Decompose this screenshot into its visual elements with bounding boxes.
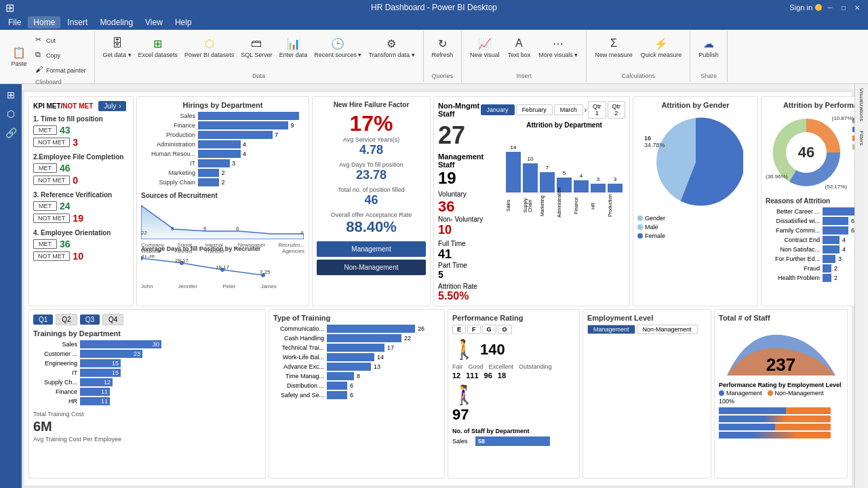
- svg-text:31.38: 31.38: [141, 255, 155, 259]
- qtr2-btn[interactable]: Qtr 2: [608, 101, 626, 119]
- kpi-item-3: 3. Reference Verification MET 24 NOT MET…: [33, 191, 129, 224]
- enter-data-btn[interactable]: 📊Enter data: [277, 34, 311, 60]
- training-finance: Finance 11: [33, 388, 261, 396]
- canvas-area: KPI MET/NOT MET July › 1. Time to fill p…: [22, 84, 854, 488]
- reasons-chart: Better Career ... 19 Dissatisfied wi... …: [766, 207, 854, 282]
- sources-chart: 22 8 6 6 4: [141, 202, 304, 239]
- pct3-label: (52.17%): [825, 184, 847, 190]
- title-bar: ⊞ HR Dashboard - Power BI Desktop Sign i…: [0, 0, 868, 15]
- maximize-btn[interactable]: □: [838, 2, 849, 13]
- mgmt-staff-label: Management Staff: [438, 152, 498, 169]
- training-it: IT 15: [33, 369, 261, 377]
- nonmgmt-count: 27: [438, 121, 498, 150]
- perf-filter-f[interactable]: F: [467, 325, 481, 334]
- kpi-3-notmet-badge: NOT MET: [33, 214, 70, 223]
- publish-btn[interactable]: ☁Publish: [696, 34, 722, 60]
- kpi-3-met-value: 24: [60, 201, 71, 211]
- reason-6: For Further Ed... 3: [766, 255, 854, 263]
- quick-measure-btn[interactable]: ⚡Quick measure: [638, 34, 685, 60]
- dept-bar-hr: 3: [591, 176, 606, 192]
- mgmt-count: 19: [438, 169, 498, 188]
- data-label: Data: [252, 73, 265, 79]
- nonmgmt-btn[interactable]: Non-Management: [317, 260, 426, 275]
- training-customer: Customer ... 23: [33, 350, 261, 358]
- fulltime-count: 41: [438, 247, 498, 262]
- cut-btn[interactable]: ✂ Cut: [33, 34, 89, 47]
- copy-btn[interactable]: ⧉ Copy: [33, 49, 89, 62]
- avg-cost-label: Avg Training Cost Per Employee: [33, 436, 261, 443]
- mgmt-emp-btn[interactable]: Management: [587, 325, 635, 334]
- menu-view[interactable]: View: [140, 16, 168, 28]
- nonmgmt-emp-btn[interactable]: Non-Management: [637, 325, 698, 334]
- ribbon-share: ☁Publish Share: [690, 31, 728, 82]
- cut-icon: ✂: [35, 35, 46, 46]
- training-dist: Distribution ... 6: [273, 382, 440, 390]
- menu-modeling[interactable]: Modeling: [94, 16, 138, 28]
- menu-file[interactable]: File: [3, 16, 26, 28]
- perf-filter-g[interactable]: G: [482, 325, 496, 334]
- mgmt-btn[interactable]: Management: [317, 241, 426, 257]
- month-selector-btn[interactable]: July ›: [98, 101, 126, 111]
- text-box-icon: A: [511, 35, 527, 52]
- visualizations-tab[interactable]: Visualizations: [857, 85, 866, 124]
- kpi-2-met-value: 46: [60, 163, 71, 174]
- q3-btn[interactable]: Q3: [80, 314, 100, 325]
- feb-btn[interactable]: February: [516, 104, 553, 115]
- text-box-btn[interactable]: AText box: [505, 34, 534, 60]
- enter-data-icon: 📊: [285, 35, 302, 52]
- svg-text:7.25: 7.25: [260, 269, 271, 275]
- kpi-2-notmet-value: 0: [73, 175, 78, 186]
- close-btn[interactable]: ✕: [852, 2, 863, 13]
- recent-sources-btn[interactable]: 🕒Recent sources ▾: [311, 34, 364, 60]
- q2-btn[interactable]: Q2: [56, 314, 77, 325]
- kpi-4-notmet-value: 10: [73, 251, 83, 262]
- attrition-rate-label: Attrition Rate: [438, 283, 498, 290]
- paste-btn[interactable]: 📋 Paste: [8, 43, 30, 68]
- new-measure-btn[interactable]: ΣNew measure: [592, 34, 635, 60]
- more-visuals-btn[interactable]: ⋯More visuals ▾: [536, 34, 580, 60]
- pct-label: 100%: [719, 398, 843, 405]
- chevron-icon: ›: [119, 102, 121, 110]
- sql-btn[interactable]: 🗃SQL Server: [238, 34, 275, 60]
- total-cost-value: 6M: [33, 419, 261, 434]
- kpi-item-4: 4. Employee Orientation MET 36 NOT MET 1…: [33, 229, 129, 262]
- menu-home[interactable]: Home: [28, 16, 60, 28]
- transform-btn[interactable]: ⚙Transform data ▾: [366, 34, 417, 60]
- training-time: Time Manag... 8: [273, 372, 440, 380]
- get-data-btn[interactable]: 🗄Get data ▾: [100, 34, 134, 60]
- excel-btn[interactable]: ⊞Excel datasets: [136, 34, 181, 60]
- sql-icon: 🗃: [248, 35, 264, 52]
- perf-filter-e[interactable]: E: [452, 325, 466, 334]
- kpi-item-2: 2.Employee File Completion MET 46 NOT ME…: [33, 153, 129, 186]
- sidebar-model-icon[interactable]: 🔗: [3, 125, 19, 141]
- refresh-btn[interactable]: ↻Refresh: [429, 34, 456, 60]
- mar-btn[interactable]: March: [554, 104, 583, 115]
- kpi-item-3-label: 3. Reference Verification: [33, 191, 129, 199]
- training-worklife: Work-Life Bal... 14: [273, 353, 440, 361]
- q1-btn[interactable]: Q1: [33, 314, 53, 325]
- jan-btn[interactable]: January: [481, 104, 515, 115]
- svg-text:4: 4: [300, 230, 304, 236]
- q4-btn[interactable]: Q4: [102, 314, 123, 325]
- menu-insert[interactable]: Insert: [62, 16, 93, 28]
- filters-tab[interactable]: Filters: [857, 128, 866, 148]
- nonmgmt-title: Non-Mngmt Staff: [438, 102, 481, 118]
- training-tech: Technical Trai... 17: [273, 344, 440, 352]
- dept-bar-supplychain: 10: [523, 156, 538, 192]
- new-visual-btn[interactable]: 📈New visual: [467, 34, 502, 60]
- sidebar-data-icon[interactable]: ⬡: [3, 106, 19, 122]
- sidebar-report-icon[interactable]: ⊞: [3, 87, 19, 103]
- employment-section: Employment Level Management Non-Manageme…: [583, 309, 711, 479]
- qtr1-btn[interactable]: Qtr 1: [588, 101, 606, 119]
- menu-help[interactable]: Help: [170, 16, 197, 28]
- training-comm: Communicatio... 26: [273, 325, 440, 333]
- gender-legend: Gender: [637, 215, 753, 222]
- format-painter-btn[interactable]: 🖌 Format painter: [33, 64, 89, 77]
- minimize-btn[interactable]: ─: [825, 2, 835, 13]
- training-hr: HR 11: [33, 397, 261, 405]
- perf-filter-o[interactable]: O: [498, 325, 512, 334]
- avg-service-value: 4.78: [317, 143, 426, 157]
- get-data-icon: 🗄: [109, 35, 125, 52]
- voluntary-label: Voluntary: [438, 190, 498, 198]
- powerbi-btn[interactable]: ⬡Power BI datasets: [182, 34, 237, 60]
